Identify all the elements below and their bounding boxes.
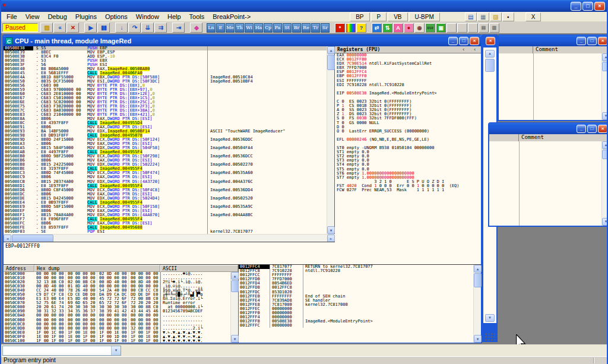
assemble-icon[interactable]: A [393, 23, 403, 33]
menu-item-help[interactable]: Help [163, 12, 185, 21]
breakpoint-icon[interactable]: ● [404, 23, 414, 33]
menu-button-bp[interactable]: BP [350, 12, 369, 21]
minimize-button[interactable]: _ [577, 37, 586, 45]
folder-icon[interactable]: ▨ [490, 12, 502, 21]
window-icon[interactable]: ▣ [436, 23, 446, 33]
scroll-down-icon[interactable]: ▼ [327, 226, 335, 234]
toolbar-letter-sr[interactable]: Sr [321, 23, 330, 33]
toolbar-letter-tr[interactable]: Tr [311, 23, 320, 33]
disasm-row[interactable]: 00508E3B.83C4 F0ADD ESP,-10 [4, 55, 327, 59]
register-line[interactable]: T 0 GS 0000 NULL [335, 121, 481, 125]
menu-item-debug[interactable]: Debug [43, 12, 71, 21]
scroll-thumb[interactable] [327, 55, 335, 70]
scroll-down-icon[interactable]: ▼ [602, 218, 607, 226]
blank-button[interactable] [446, 23, 457, 33]
scroll-down-icon[interactable]: ▼ [485, 314, 495, 322]
toolbar-letter-br[interactable]: Br [292, 23, 301, 33]
disasm-row[interactable]: 00508EC3.8B0D 74F45000MOV ECX,DWORD PTR … [4, 171, 327, 175]
toolbar-letter-me[interactable]: Me [226, 23, 235, 33]
cpu-close-button[interactable]: × [470, 37, 479, 45]
stack-vscrollbar[interactable]: ▲ ▼ [473, 265, 481, 343]
toolbar-letter-re[interactable]: Re [302, 23, 311, 33]
menu-item-plugins[interactable]: Plugins [71, 12, 101, 21]
mdi-close-button[interactable]: X [525, 12, 542, 21]
disasm-row[interactable]: 00508E38$55PUSH EBP [4, 46, 327, 50]
restore-button[interactable]: □ [587, 125, 597, 133]
goto-icon[interactable]: ◆ [190, 23, 202, 33]
cpu-titlebar[interactable]: C CPU - main thread, module ImageRed _ □… [4, 36, 481, 46]
dump-row[interactable]: 0050C1001F 00 1F 001F 00 1F 001F 00 1F 0… [4, 339, 231, 343]
log-icon[interactable]: ▥ [489, 23, 499, 33]
scroll-down-icon[interactable]: ▼ [231, 335, 239, 343]
column-comment[interactable]: Comment [533, 46, 558, 53]
updown-icon[interactable]: ⇅ [382, 23, 392, 33]
comment-window-top-titlebar[interactable]: _ □ × [499, 36, 607, 46]
notepad-icon[interactable]: ▤ [465, 12, 477, 21]
disasm-row[interactable]: 00508E9D.8B0D 24F15000MOV ECX,DWORD PTR … [4, 138, 327, 142]
register-line[interactable]: O 0 LastErr ERROR_SUCCESS (00000000) [335, 129, 481, 134]
menu-item-file[interactable]: File [2, 12, 21, 21]
column-comment[interactable]: Comment [519, 134, 544, 141]
blank-button[interactable] [457, 23, 467, 33]
scroll-up-icon[interactable]: ▲ [474, 265, 482, 273]
dump-col-hex[interactable]: Hex dump [34, 265, 160, 272]
options-gear-icon[interactable]: * [335, 23, 345, 33]
menu-item-breakpoint[interactable]: BreakPoint-> [208, 12, 255, 21]
chevron-down-icon[interactable]: ▼ [111, 346, 121, 355]
close-program-icon[interactable]: ✕ [66, 23, 79, 33]
run-to-return-icon[interactable]: ⇥ [172, 23, 185, 33]
disasm-row[interactable]: 00508E8C.E8 4397F8FFCALL ImageRed.004955… [4, 121, 327, 125]
vscrollbar[interactable]: ▲ ▼ [601, 53, 607, 120]
toolbar-letter-e[interactable]: E [216, 23, 225, 33]
dump-vscrollbar[interactable]: ▲ ▼ [230, 272, 238, 343]
restore-button[interactable]: □ [587, 37, 597, 45]
animate-into-icon[interactable]: ⇊ [141, 23, 154, 33]
disasm-row[interactable]: 00508E3E.53PUSH EBX [4, 59, 327, 63]
sync-icon[interactable]: ⇄ [372, 23, 382, 33]
toolbar-letter-st[interactable]: St [283, 23, 292, 33]
trace-icon[interactable]: ◉ [414, 23, 425, 33]
scroll-thumb[interactable] [602, 62, 607, 71]
background-window-close-button[interactable]: × [486, 37, 495, 45]
restart-icon[interactable]: « [53, 23, 66, 33]
disasm-hscrollbar[interactable]: ◄ ► [4, 234, 335, 242]
registers-pane[interactable]: Registers (FPU) ‹ ‹ EAX 00000000ECX 0012… [335, 46, 481, 264]
menu-item-window[interactable]: Window [132, 12, 163, 21]
column-blank[interactable] [489, 134, 519, 141]
blank-button[interactable] [468, 23, 478, 33]
toolbar-letter-ha[interactable]: Ha [254, 23, 263, 33]
toolbar-letter-wi[interactable]: Wi [245, 23, 254, 33]
cpu-minimize-button[interactable]: _ [448, 37, 458, 45]
maximize-button[interactable]: □ [582, 2, 593, 11]
register-line[interactable]: EIP 00508E38 ImageRed.<ModuleEntryPoint> [335, 91, 481, 96]
disassembly-pane[interactable]: 00508E38$55PUSH EBP00508E39.8BECMOV EBP,… [4, 46, 335, 264]
appearance-icon[interactable] [346, 23, 356, 33]
scroll-thumb[interactable] [231, 280, 239, 292]
menu-item-tools[interactable]: Tools [185, 12, 209, 21]
dump-col-ascii[interactable]: ASCII [160, 265, 238, 272]
stack-row[interactable]: 0012FFFC00000000 [239, 324, 473, 328]
menu-button-vb[interactable]: VB [388, 12, 407, 21]
comment-window-bottom-titlebar[interactable]: _ □ × [489, 124, 607, 134]
scroll-up-icon[interactable]: ▲ [327, 46, 335, 54]
command-combobox[interactable]: ▼ [2, 346, 121, 356]
scroll-down-icon[interactable]: ▼ [474, 335, 482, 343]
disasm-row[interactable]: 00508EE9.8B0D 58F15000MOV ECX,DWORD PTR … [4, 205, 327, 209]
open-file-icon[interactable]: ▨ [40, 23, 53, 33]
toolbar-letter-pa[interactable]: Pa [273, 23, 282, 33]
resize-grip[interactable] [484, 333, 495, 341]
calculator-icon[interactable]: ▦ [477, 12, 489, 21]
register-line[interactable]: EFL 00000246 (NO,NB,E,BE,NS,PE,GE,LE) [335, 138, 481, 142]
column-blank[interactable] [499, 46, 533, 53]
close-button[interactable]: × [598, 37, 607, 45]
scroll-up-icon[interactable]: ▲ [602, 141, 607, 149]
minimize-button[interactable]: _ [577, 125, 586, 133]
scroll-down-icon[interactable]: ▼ [602, 112, 607, 120]
scroll-up-icon[interactable]: ▲ [231, 272, 239, 280]
animate-over-icon[interactable]: ⇉ [154, 23, 167, 33]
close-button[interactable]: × [598, 125, 607, 133]
scroll-up-icon[interactable]: ▲ [485, 50, 495, 58]
disasm-row[interactable]: 00508EB0.8B0D 98F25000MOV ECX,DWORD PTR … [4, 154, 327, 159]
vscrollbar[interactable]: ▲ ▼ [601, 141, 607, 226]
dump-pane[interactable]: Address Hex dump ASCII 0050C00000 00 00 … [4, 265, 239, 343]
